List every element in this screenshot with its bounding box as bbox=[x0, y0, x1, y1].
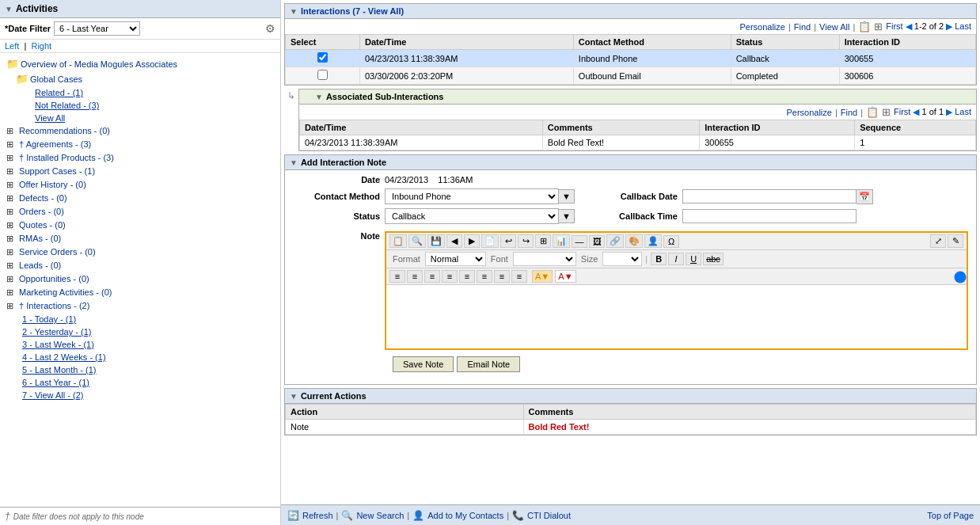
rte-expand-btn[interactable]: ⤢ bbox=[930, 234, 946, 248]
not-related-link[interactable]: Not Related - (3) bbox=[0, 99, 280, 112]
align-right-btn[interactable]: ≡ bbox=[424, 270, 440, 283]
prev-icon[interactable]: ◀ bbox=[906, 21, 912, 31]
rte-undo-btn[interactable]: ↩ bbox=[500, 234, 516, 248]
tree-support-cases[interactable]: ⊞ Support Cases - (1) bbox=[0, 165, 280, 178]
defects-label[interactable]: Defects - (0) bbox=[19, 193, 67, 203]
tree-leads[interactable]: ⊞ Leads - (0) bbox=[0, 259, 280, 272]
contact-method-select[interactable]: Inbound Phone Outbound Email Outbound Ph… bbox=[385, 188, 559, 204]
callback-time-input[interactable] bbox=[682, 209, 857, 223]
bold-btn[interactable]: B bbox=[651, 253, 667, 265]
row-checkbox-cell[interactable] bbox=[286, 50, 360, 67]
font-select[interactable] bbox=[513, 252, 576, 266]
tree-offer-history[interactable]: ⊞ Offer History - (0) bbox=[0, 178, 280, 192]
global-cases-label[interactable]: Global Cases bbox=[30, 74, 82, 84]
filter-options-icon[interactable]: ⚙ bbox=[265, 22, 275, 35]
rte-color-btn[interactable]: 🎨 bbox=[625, 234, 643, 248]
tree-rmas[interactable]: ⊞ RMAs - (0) bbox=[0, 232, 280, 245]
tree-interactions[interactable]: ⊞ † Interactions - (2) bbox=[0, 299, 280, 313]
rte-save-btn[interactable]: 💾 bbox=[427, 234, 445, 248]
int-lastweek-link[interactable]: 3 - Last Week - (1) bbox=[0, 338, 280, 351]
size-select[interactable] bbox=[602, 252, 642, 266]
rte-scroll[interactable] bbox=[954, 272, 963, 282]
grid-icon[interactable]: ⊞ bbox=[874, 21, 883, 32]
rte-back-btn[interactable]: ◀ bbox=[446, 234, 462, 248]
actions-collapse[interactable]: ▼ bbox=[290, 392, 298, 401]
interactions-collapse[interactable]: ▼ bbox=[290, 7, 298, 16]
contact-method-dropdown-btn[interactable]: ▼ bbox=[559, 189, 575, 204]
next-icon[interactable]: ▶ bbox=[946, 21, 952, 31]
sub-collapse[interactable]: ▼ bbox=[315, 93, 323, 101]
strikethrough-btn[interactable]: abc bbox=[703, 253, 724, 265]
export-icon[interactable]: 📋 bbox=[858, 21, 871, 32]
orders-label[interactable]: Orders - (0) bbox=[19, 207, 64, 216]
recommendations-label[interactable]: Recommendations - (0) bbox=[19, 126, 110, 135]
rte-copy-btn[interactable]: 📄 bbox=[481, 234, 499, 248]
interactions-title[interactable]: Interactions (7 - View All) bbox=[301, 6, 404, 16]
rte-img-btn[interactable]: 🖼 bbox=[589, 235, 605, 248]
int-yesterday-link[interactable]: 2 - Yesterday - (1) bbox=[0, 325, 280, 338]
installed-products-label[interactable]: † Installed Products - (3) bbox=[19, 153, 114, 162]
indent-btn[interactable]: ≡ bbox=[494, 270, 510, 283]
collapse-icon[interactable]: ▼ bbox=[5, 5, 13, 13]
sub-next-icon[interactable]: ▶ bbox=[946, 107, 952, 116]
offer-history-label[interactable]: Offer History - (0) bbox=[19, 180, 86, 189]
rte-link-btn[interactable]: 🔗 bbox=[606, 234, 624, 248]
add-to-contacts-link[interactable]: Add to My Contacts bbox=[427, 511, 503, 520]
personalize-link[interactable]: Personalize bbox=[739, 22, 784, 32]
rte-paste-btn[interactable]: 📋 bbox=[389, 234, 407, 248]
ol-btn[interactable]: ≡ bbox=[477, 270, 492, 283]
overview-label[interactable]: Overview of - Media Mogules Associates bbox=[21, 59, 177, 69]
right-link[interactable]: Right bbox=[31, 41, 51, 51]
add-note-collapse[interactable]: ▼ bbox=[290, 158, 298, 167]
find-link[interactable]: Find bbox=[794, 22, 811, 32]
support-cases-label[interactable]: Support Cases - (1) bbox=[19, 166, 95, 176]
row-checkbox[interactable] bbox=[317, 52, 328, 63]
highlight-color-btn[interactable]: A▼ bbox=[532, 270, 553, 283]
rte-body[interactable] bbox=[386, 285, 967, 348]
top-of-page-link[interactable]: Top of Page bbox=[927, 511, 974, 520]
rte-fwd-btn[interactable]: ▶ bbox=[464, 234, 480, 248]
rte-person-btn[interactable]: 👤 bbox=[644, 234, 662, 248]
rte-hr-btn[interactable]: — bbox=[572, 235, 587, 248]
new-search-link[interactable]: New Search bbox=[356, 511, 404, 520]
ul-btn[interactable]: ≡ bbox=[459, 270, 475, 283]
row-checkbox-cell[interactable] bbox=[286, 67, 360, 85]
tree-service-orders[interactable]: ⊞ Service Orders - (0) bbox=[0, 245, 280, 259]
rte-edit-btn[interactable]: ✎ bbox=[948, 234, 963, 248]
interactions-label[interactable]: † Interactions - (2) bbox=[19, 301, 89, 310]
rte-table-btn[interactable]: ⊞ bbox=[535, 234, 551, 248]
related-link[interactable]: Related - (1) bbox=[0, 86, 280, 99]
sub-first-btn[interactable]: First bbox=[894, 107, 910, 116]
status-dropdown-btn[interactable]: ▼ bbox=[559, 209, 575, 223]
view-all-link[interactable]: View All bbox=[0, 112, 280, 124]
email-note-btn[interactable]: Email Note bbox=[457, 356, 520, 372]
int-lastyear-link[interactable]: 6 - Last Year - (1) bbox=[0, 376, 280, 389]
int-last2weeks-link[interactable]: 4 - Last 2 Weeks - (1) bbox=[0, 351, 280, 363]
rmas-label[interactable]: RMAs - (0) bbox=[19, 234, 61, 243]
rte-redo-btn[interactable]: ↪ bbox=[518, 234, 534, 248]
tree-defects[interactable]: ⊞ Defects - (0) bbox=[0, 192, 280, 205]
tree-installed-products[interactable]: ⊞ † Installed Products - (3) bbox=[0, 151, 280, 165]
tree-marketing[interactable]: ⊞ Marketing Activities - (0) bbox=[0, 286, 280, 299]
align-center-btn[interactable]: ≡ bbox=[407, 270, 423, 283]
italic-btn[interactable]: I bbox=[668, 253, 684, 265]
int-lastmonth-link[interactable]: 5 - Last Month - (1) bbox=[0, 363, 280, 376]
int-viewall-link[interactable]: 7 - View All - (2) bbox=[0, 389, 280, 401]
tree-recommendations[interactable]: ⊞ Recommendations - (0) bbox=[0, 124, 280, 138]
callback-date-input[interactable] bbox=[682, 189, 857, 204]
outdent-btn[interactable]: ≡ bbox=[511, 270, 527, 283]
tree-overview[interactable]: 📁 Overview of - Media Mogules Associates bbox=[0, 56, 280, 71]
left-link[interactable]: Left bbox=[5, 41, 19, 51]
int-today-link[interactable]: 1 - Today - (1) bbox=[0, 313, 280, 325]
sub-personalize-link[interactable]: Personalize bbox=[786, 108, 831, 117]
font-color-btn[interactable]: A▼ bbox=[555, 270, 575, 283]
align-left-btn[interactable]: ≡ bbox=[389, 270, 405, 283]
row-checkbox[interactable] bbox=[317, 70, 328, 80]
tree-global-cases[interactable]: 📁 Global Cases bbox=[0, 71, 280, 86]
rte-chart-btn[interactable]: 📊 bbox=[553, 234, 570, 248]
sub-last-btn[interactable]: Last bbox=[955, 107, 971, 116]
leads-label[interactable]: Leads - (0) bbox=[19, 261, 61, 270]
agreements-label[interactable]: † Agreements - (3) bbox=[19, 139, 91, 149]
tree-opportunities[interactable]: ⊞ Opportunities - (0) bbox=[0, 272, 280, 286]
sub-grid-icon[interactable]: ⊞ bbox=[882, 106, 891, 118]
